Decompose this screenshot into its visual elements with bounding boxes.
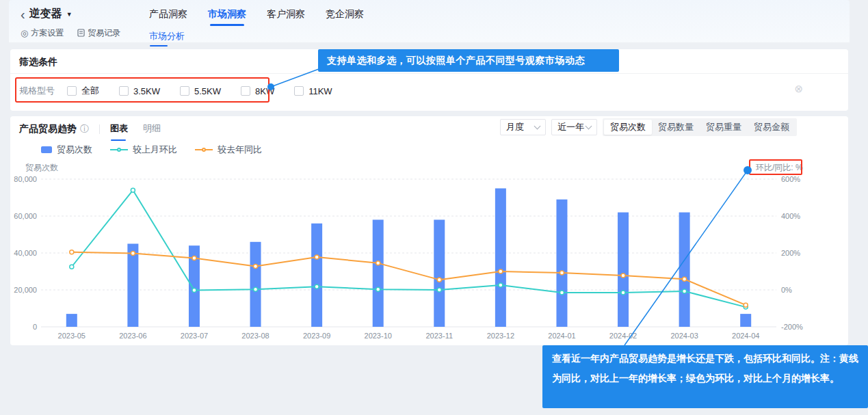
svg-text:2023-12: 2023-12: [487, 332, 514, 340]
filter-panel-title: 筛选条件: [19, 56, 57, 68]
svg-text:2023-09: 2023-09: [303, 332, 330, 340]
svg-text:2023-10: 2023-10: [365, 332, 392, 340]
plan-settings-label: 方案设置: [31, 27, 64, 39]
divider: [99, 124, 100, 134]
chart-controls: 月度 近一年 贸易次数贸易数量贸易重量贸易金额: [500, 118, 797, 136]
legend-item-yoy[interactable]: 较去年同比: [195, 144, 262, 156]
svg-text:400%: 400%: [781, 212, 800, 220]
line-swatch-icon: [195, 149, 213, 150]
metric-switcher: 贸易次数贸易数量贸易重量贸易金额: [603, 118, 797, 136]
subtab-market-analysis[interactable]: 市场分析: [149, 30, 185, 46]
app-header: ‹ 逆变器 ▼ ◎ 方案设置 贸易记录 产品洞察市场洞察客户洞察竞企洞察 市场分…: [9, 0, 850, 42]
view-tabs: 图表明细: [110, 122, 176, 136]
svg-text:80,000: 80,000: [14, 175, 37, 183]
legend-item-trade-count[interactable]: 贸易次数: [41, 144, 92, 156]
market-insight-page: { "header": { "back_icon": "‹", "product…: [0, 0, 868, 415]
svg-text:2023-07: 2023-07: [181, 332, 208, 340]
filter-row-highlight-box: [15, 77, 269, 103]
filter-tip-callout: 支持单选和多选，可以按照单个产品不同型号观察市场动态: [318, 49, 619, 72]
svg-text:-200%: -200%: [781, 323, 803, 331]
product-selector[interactable]: ‹ 逆变器 ▼: [21, 7, 73, 21]
svg-text:600%: 600%: [781, 175, 800, 183]
legend-label: 较上月环比: [133, 144, 177, 156]
trade-trend-header: 产品贸易趋势 ⓘ 图表明细: [19, 122, 176, 136]
svg-text:2024-04: 2024-04: [732, 332, 759, 340]
clear-filter-icon[interactable]: ⊗: [794, 84, 803, 94]
chevron-down-icon: [534, 123, 541, 130]
svg-text:2023-11: 2023-11: [426, 332, 453, 340]
bar-swatch-icon: [41, 146, 52, 153]
target-icon: ◎: [21, 29, 28, 38]
legend-label: 较去年同比: [218, 144, 262, 156]
range-select[interactable]: 近一年: [551, 119, 597, 135]
divider: [10, 73, 848, 74]
legend-item-mom[interactable]: 较上月环比: [110, 144, 177, 156]
svg-text:40,000: 40,000: [14, 249, 37, 257]
svg-text:2023-08: 2023-08: [241, 332, 269, 340]
period-select-value: 月度: [506, 121, 524, 133]
chevron-down-icon[interactable]: ▼: [66, 11, 73, 18]
product-title[interactable]: 逆变器: [29, 7, 62, 21]
trade-trend-panel: 产品贸易趋势 ⓘ 图表明细 月度 近一年 贸易次数贸易数量贸易重量贸易金额 贸易…: [10, 116, 848, 345]
svg-text:60,000: 60,000: [14, 212, 37, 220]
svg-text:2024-01: 2024-01: [548, 332, 575, 340]
checkbox[interactable]: [294, 86, 304, 96]
plan-settings-button[interactable]: ◎ 方案设置: [21, 27, 64, 39]
document-icon: [77, 29, 85, 38]
line-swatch-icon: [110, 149, 128, 150]
svg-text:2023-06: 2023-06: [119, 332, 146, 340]
top-tab[interactable]: 产品洞察: [149, 0, 187, 27]
checkbox-label[interactable]: 11KW: [308, 86, 332, 96]
back-icon[interactable]: ‹: [21, 8, 25, 21]
period-select[interactable]: 月度: [500, 119, 546, 135]
top-tab[interactable]: 市场洞察: [208, 0, 246, 27]
trade-trend-chart[interactable]: 80,000600%60,000400%40,000200%20,0000%0-…: [10, 157, 848, 343]
range-select-value: 近一年: [557, 121, 584, 133]
right-axis-highlight-box: [749, 159, 802, 175]
svg-text:2024-02: 2024-02: [609, 332, 637, 340]
trade-records-label: 贸易记录: [88, 27, 120, 39]
header-actions: ◎ 方案设置 贸易记录: [21, 27, 120, 39]
top-tab[interactable]: 客户洞察: [267, 0, 305, 27]
svg-text:2024-03: 2024-03: [670, 332, 698, 340]
spec-option[interactable]: 11KW: [294, 86, 332, 96]
svg-text:0: 0: [33, 323, 37, 331]
svg-text:0%: 0%: [781, 286, 792, 294]
metric-button[interactable]: 贸易数量: [652, 120, 700, 135]
metric-button[interactable]: 贸易金额: [748, 120, 795, 135]
chevron-down-icon: [586, 123, 592, 130]
svg-text:2023-05: 2023-05: [58, 332, 86, 340]
top-tab[interactable]: 竞企洞察: [326, 0, 364, 27]
trend-tip-callout: 查看近一年内产品贸易趋势是增长还是下跌，包括环比和同比。注：黄线为同比，对比上一…: [542, 345, 868, 408]
info-icon[interactable]: ⓘ: [80, 123, 89, 135]
svg-text:200%: 200%: [781, 249, 800, 257]
view-tab[interactable]: 明细: [143, 122, 161, 136]
chart-legend: 贸易次数 较上月环比 较去年同比: [41, 144, 262, 156]
svg-text:20,000: 20,000: [14, 286, 37, 294]
metric-button[interactable]: 贸易次数: [604, 120, 652, 135]
metric-button[interactable]: 贸易重量: [700, 120, 748, 135]
trade-trend-title: 产品贸易趋势: [19, 123, 77, 135]
legend-label: 贸易次数: [57, 144, 92, 156]
top-tabs: 产品洞察市场洞察客户洞察竞企洞察: [149, 0, 364, 27]
view-tab[interactable]: 图表: [110, 122, 128, 136]
trade-records-button[interactable]: 贸易记录: [77, 27, 120, 39]
